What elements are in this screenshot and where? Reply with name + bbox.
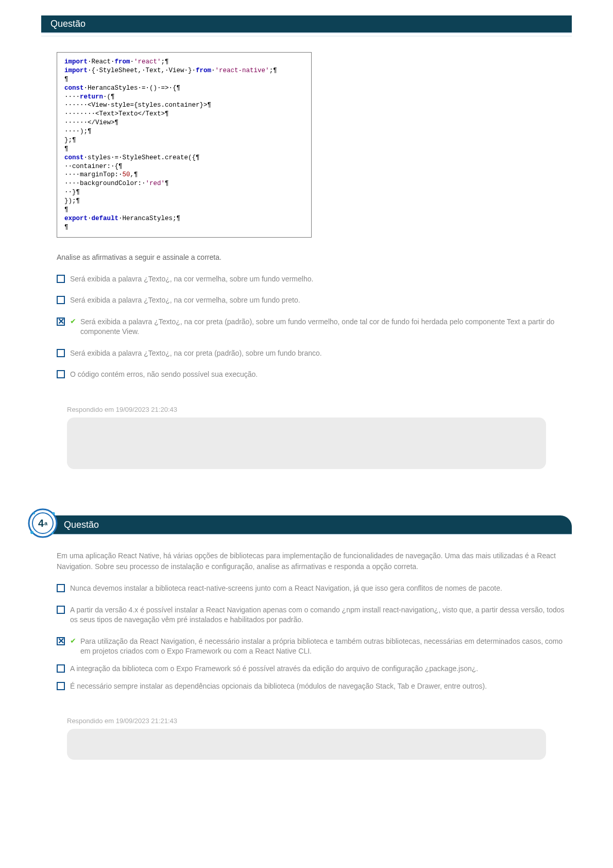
option-a[interactable]: Nunca devemos instalar a biblioteca reac…: [57, 583, 572, 594]
question-number: 4: [38, 518, 44, 529]
checkbox-icon: [57, 275, 65, 283]
option-text: Será exibida a palavra ¿Texto¿, na cor p…: [80, 317, 572, 337]
option-text: A partir da versão 4.x é possível instal…: [70, 605, 572, 625]
checkbox-checked-icon: [57, 637, 65, 645]
option-text: Nunca devemos instalar a biblioteca reac…: [70, 583, 502, 594]
option-a[interactable]: Será exibida a palavra ¿Texto¿, na cor v…: [57, 274, 572, 285]
question-number-badge: 4a: [28, 508, 58, 538]
option-text: É necessário sempre instalar as dependên…: [70, 681, 487, 692]
option-text: O código contém erros, não sendo possíve…: [70, 370, 258, 380]
answer-placeholder-box: [67, 729, 546, 760]
option-c[interactable]: ✔ Será exibida a palavra ¿Texto¿, na cor…: [57, 317, 572, 337]
question-intro: Em uma aplicação React Native, há várias…: [57, 550, 556, 572]
option-e[interactable]: O código contém erros, não sendo possíve…: [57, 370, 572, 380]
options-list: Nunca devemos instalar a biblioteca reac…: [57, 583, 572, 691]
checkbox-icon: [57, 349, 65, 357]
option-b[interactable]: Será exibida a palavra ¿Texto¿, na cor v…: [57, 295, 572, 306]
option-d[interactable]: A integração da biblioteca com o Expo Fr…: [57, 664, 572, 674]
answer-section: Respondido em 19/09/2023 21:20:43: [41, 406, 572, 469]
checkbox-checked-icon: [57, 318, 65, 326]
question-header: Questão: [41, 515, 572, 535]
checkbox-icon: [57, 370, 65, 378]
answered-timestamp: Respondido em 19/09/2023 21:21:43: [67, 717, 572, 725]
options-list: Será exibida a palavra ¿Texto¿, na cor v…: [57, 274, 572, 380]
question-prompt: Analise as afirmativas a seguir e assina…: [57, 253, 572, 261]
option-text: Será exibida a palavra ¿Texto¿, na cor v…: [70, 295, 300, 306]
checkbox-icon: [57, 584, 65, 592]
question-ordinal: a: [44, 520, 47, 526]
correct-tick-icon: ✔: [70, 317, 76, 325]
option-e[interactable]: É necessário sempre instalar as dependên…: [57, 681, 572, 692]
answer-section: Respondido em 19/09/2023 21:21:43: [41, 717, 572, 760]
checkbox-icon: [57, 606, 65, 614]
option-text: Será exibida a palavra ¿Texto¿, na cor v…: [70, 274, 313, 285]
header-underline: [41, 36, 572, 37]
code-sample: import·React·from·'react';¶ import·{·Sty…: [57, 52, 312, 238]
option-text: A integração da biblioteca com o Expo Fr…: [70, 664, 478, 674]
question-header-text: Questão: [50, 19, 86, 29]
checkbox-icon: [57, 664, 65, 673]
answered-timestamp: Respondido em 19/09/2023 21:20:43: [67, 406, 572, 413]
option-text: Será exibida a palavra ¿Texto¿, na cor p…: [70, 348, 322, 359]
answer-placeholder-box: [67, 418, 546, 469]
option-text: Para utilização da React Navigation, é n…: [80, 637, 572, 657]
question-header: Questão: [41, 15, 572, 34]
question-4: 4a Questão Em uma aplicação React Native…: [41, 515, 572, 760]
option-c[interactable]: ✔ Para utilização da React Navigation, é…: [57, 637, 572, 657]
option-d[interactable]: Será exibida a palavra ¿Texto¿, na cor p…: [57, 348, 572, 359]
question-header-text: Questão: [64, 520, 99, 530]
question-3: Questão import·React·from·'react';¶ impo…: [41, 15, 572, 469]
checkbox-icon: [57, 296, 65, 304]
correct-tick-icon: ✔: [70, 637, 76, 645]
checkbox-icon: [57, 682, 65, 690]
option-b[interactable]: A partir da versão 4.x é possível instal…: [57, 605, 572, 625]
